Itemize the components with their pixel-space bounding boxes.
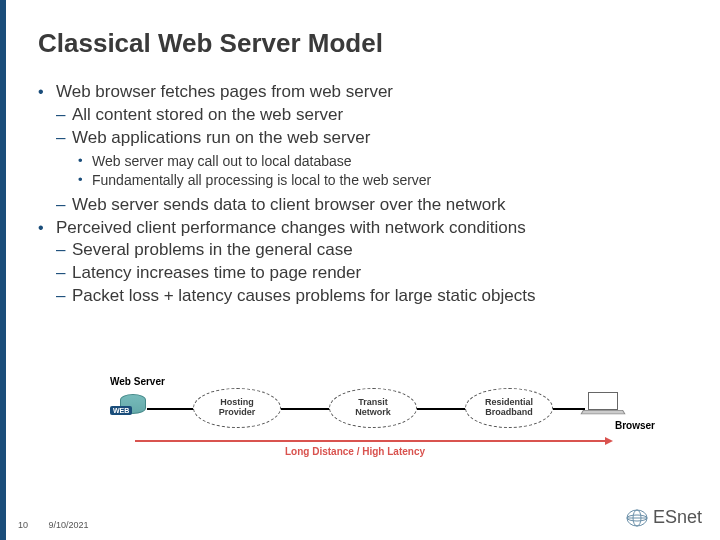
globe-icon <box>625 508 649 528</box>
sub-bullet-list: Web server sends data to client browser … <box>38 194 690 217</box>
latency-label: Long Distance / High Latency <box>285 446 425 457</box>
connector-line <box>147 408 195 410</box>
cloud-transit: Transit Network <box>329 388 417 428</box>
slide-footer: 10 9/10/2021 <box>18 520 89 530</box>
accent-bar <box>0 0 6 540</box>
connector-line <box>281 408 331 410</box>
sub-bullet-item: Packet loss + latency causes problems fo… <box>38 285 690 308</box>
sub-bullet-item: Latency increases time to page render <box>38 262 690 285</box>
slide-title: Classical Web Server Model <box>38 28 690 59</box>
logo-text: ESnet <box>653 507 702 528</box>
sub-bullet-item: All content stored on the web server <box>38 104 690 127</box>
sub-bullet-list: Several problems in the general case Lat… <box>38 239 690 308</box>
cloud-residential: Residential Broadband <box>465 388 553 428</box>
subsub-bullet-item: Fundamentally all processing is local to… <box>38 171 690 190</box>
cloud-hosting: Hosting Provider <box>193 388 281 428</box>
page-number: 10 <box>18 520 28 530</box>
diagram-label-browser: Browser <box>615 420 655 431</box>
sub-bullet-item: Web server sends data to client browser … <box>38 194 690 217</box>
diagram-label-webserver: Web Server <box>110 376 165 387</box>
sub-bullet-item: Several problems in the general case <box>38 239 690 262</box>
latency-arrow <box>135 440 605 442</box>
subsub-bullet-list: Web server may call out to local databas… <box>38 152 690 190</box>
subsub-bullet-item: Web server may call out to local databas… <box>38 152 690 171</box>
network-diagram: Web Server WEB Hosting Provider Transit … <box>115 378 615 476</box>
sub-bullet-item: Web applications run on the web server <box>38 127 690 150</box>
web-badge: WEB <box>110 406 132 415</box>
footer-date: 9/10/2021 <box>49 520 89 530</box>
connector-line <box>417 408 467 410</box>
bullet-item: Web browser fetches pages from web serve… <box>38 81 690 104</box>
bullet-list: Perceived client performance changes wit… <box>38 217 690 240</box>
slide-content: Classical Web Server Model Web browser f… <box>0 0 720 308</box>
bullet-list: Web browser fetches pages from web serve… <box>38 81 690 104</box>
bullet-item: Perceived client performance changes wit… <box>38 217 690 240</box>
esnet-logo: ESnet <box>625 507 702 528</box>
sub-bullet-list: All content stored on the web server Web… <box>38 104 690 150</box>
connector-line <box>553 408 585 410</box>
laptop-icon <box>583 392 623 418</box>
